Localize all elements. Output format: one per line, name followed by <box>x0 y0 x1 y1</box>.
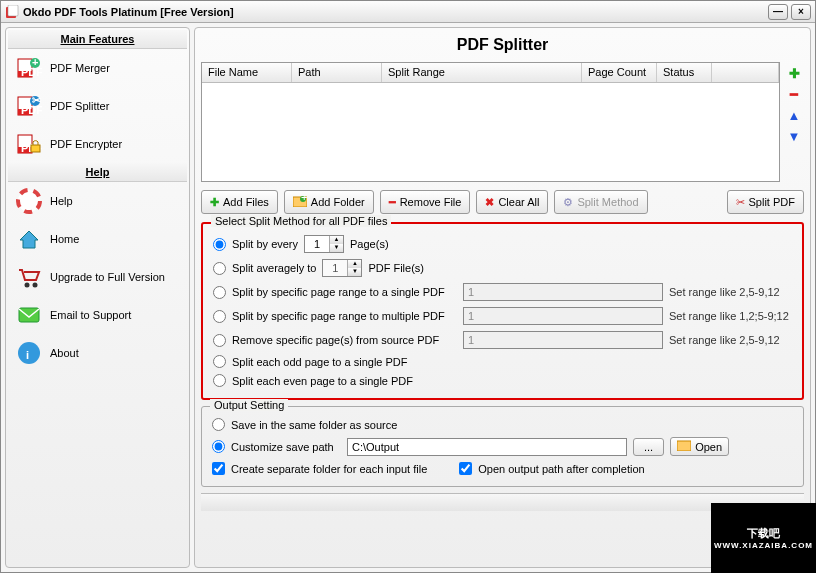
plus-icon: ✚ <box>210 196 219 209</box>
svg-rect-1 <box>8 5 18 16</box>
merger-icon: PDF+ <box>16 55 42 81</box>
app-icon <box>5 5 19 19</box>
radio-odd[interactable] <box>213 355 226 368</box>
sidebar-item-merger[interactable]: PDF+ PDF Merger <box>8 49 187 87</box>
option-same-folder: Save in the same folder as source <box>212 415 793 434</box>
col-spacer <box>712 63 779 82</box>
sidebar-item-help[interactable]: Help <box>8 182 187 220</box>
sidebar-item-email[interactable]: Email to Support <box>8 296 187 334</box>
down-arrow-icon[interactable]: ▼ <box>330 244 343 252</box>
sidebar-item-encrypter[interactable]: PDF PDF Encrypter <box>8 125 187 163</box>
table-header: File Name Path Split Range Page Count St… <box>202 63 779 83</box>
splitter-icon: PDF✂ <box>16 93 42 119</box>
col-filename[interactable]: File Name <box>202 63 292 82</box>
sidebar-item-about[interactable]: i About <box>8 334 187 372</box>
info-icon: i <box>16 340 42 366</box>
browse-button[interactable]: ... <box>633 438 664 456</box>
option-split-avg: Split averagely to ▲▼ PDF File(s) <box>213 256 792 280</box>
radio-same-folder[interactable] <box>212 418 225 431</box>
remove-file-button[interactable]: ━Remove File <box>380 190 471 214</box>
down-arrow-icon[interactable]: ▼ <box>348 268 361 276</box>
close-button[interactable]: × <box>791 4 811 20</box>
option-odd: Split each odd page to a single PDF <box>213 352 792 371</box>
app-window: Okdo PDF Tools Platinum [Free Version] —… <box>0 0 816 573</box>
add-folder-button[interactable]: +Add Folder <box>284 190 374 214</box>
sidebar-label: Upgrade to Full Version <box>50 271 165 283</box>
sidebar-label: About <box>50 347 79 359</box>
split-method-button[interactable]: ⚙Split Method <box>554 190 647 214</box>
sidebar-label: PDF Splitter <box>50 100 109 112</box>
col-status[interactable]: Status <box>657 63 712 82</box>
cart-icon <box>16 264 42 290</box>
option-range-single: Split by specific page range to a single… <box>213 280 792 304</box>
file-area: File Name Path Split Range Page Count St… <box>201 62 804 182</box>
radio-even[interactable] <box>213 374 226 387</box>
x-icon: ✖ <box>485 196 494 209</box>
sidebar-label: PDF Encrypter <box>50 138 122 150</box>
radio-range-multi[interactable] <box>213 310 226 323</box>
svg-point-17 <box>25 283 30 288</box>
sidebar-label: Help <box>50 195 73 207</box>
split-pdf-button[interactable]: ✂Split PDF <box>727 190 804 214</box>
radio-remove-pages[interactable] <box>213 334 226 347</box>
sidebar-label: PDF Merger <box>50 62 110 74</box>
spinner-every[interactable]: ▲▼ <box>304 235 344 253</box>
home-icon <box>16 226 42 252</box>
minimize-button[interactable]: — <box>768 4 788 20</box>
output-path-input[interactable] <box>347 438 627 456</box>
split-method-fieldset: Select Split Method for all PDF files Sp… <box>201 222 804 400</box>
chk-separate-folder[interactable] <box>212 462 225 475</box>
split-method-legend: Select Split Method for all PDF files <box>211 215 391 227</box>
up-arrow-icon[interactable]: ▲ <box>330 236 343 244</box>
option-even: Split each even page to a single PDF <box>213 371 792 390</box>
radio-split-every[interactable] <box>213 238 226 251</box>
sidebar-item-upgrade[interactable]: Upgrade to Full Version <box>8 258 187 296</box>
option-range-multi: Split by specific page range to multiple… <box>213 304 792 328</box>
sidebar-item-home[interactable]: Home <box>8 220 187 258</box>
col-pagecount[interactable]: Page Count <box>582 63 657 82</box>
col-range[interactable]: Split Range <box>382 63 582 82</box>
spinner-avg[interactable]: ▲▼ <box>322 259 362 277</box>
sidebar-label: Home <box>50 233 79 245</box>
clear-all-button[interactable]: ✖Clear All <box>476 190 548 214</box>
window-title: Okdo PDF Tools Platinum [Free Version] <box>23 6 765 18</box>
radio-split-avg[interactable] <box>213 262 226 275</box>
radio-custom-path[interactable] <box>212 440 225 453</box>
sidebar-item-splitter[interactable]: PDF✂ PDF Splitter <box>8 87 187 125</box>
file-table[interactable]: File Name Path Split Range Page Count St… <box>201 62 780 182</box>
help-icon <box>16 188 42 214</box>
svg-rect-19 <box>19 308 39 322</box>
scissors-icon: ✂ <box>736 196 745 209</box>
up-arrow-icon[interactable]: ▲ <box>348 260 361 268</box>
sidebar-section-main: Main Features <box>8 30 187 49</box>
down-icon[interactable]: ▼ <box>788 129 801 144</box>
svg-rect-15 <box>31 145 40 152</box>
output-legend: Output Setting <box>210 399 288 411</box>
gear-icon: ⚙ <box>563 196 573 209</box>
folder-plus-icon: + <box>293 195 307 209</box>
folder-icon <box>677 440 691 453</box>
open-button[interactable]: Open <box>670 437 729 456</box>
list-tools: ✚ ━ ▲ ▼ <box>784 62 804 182</box>
svg-text:i: i <box>26 349 29 361</box>
remove-pages-input[interactable] <box>463 331 663 349</box>
option-custom-path: Customize save path ... Open <box>212 434 793 459</box>
chk-open-after[interactable] <box>459 462 472 475</box>
watermark: 下载吧 WWW.XIAZAIBA.COM <box>711 503 816 573</box>
add-files-button[interactable]: ✚Add Files <box>201 190 278 214</box>
titlebar: Okdo PDF Tools Platinum [Free Version] —… <box>1 1 815 23</box>
range-multi-input[interactable] <box>463 307 663 325</box>
option-remove-pages: Remove specific page(s) from source PDF … <box>213 328 792 352</box>
minus-icon: ━ <box>389 196 396 209</box>
body: Main Features PDF+ PDF Merger PDF✂ PDF S… <box>1 23 815 572</box>
sidebar-label: Email to Support <box>50 309 131 321</box>
add-icon[interactable]: ✚ <box>789 66 800 81</box>
output-checks: Create separate folder for each input fi… <box>212 459 793 478</box>
svg-point-18 <box>33 283 38 288</box>
col-path[interactable]: Path <box>292 63 382 82</box>
remove-icon[interactable]: ━ <box>790 87 798 102</box>
svg-text:+: + <box>32 56 38 68</box>
range-single-input[interactable] <box>463 283 663 301</box>
up-icon[interactable]: ▲ <box>788 108 801 123</box>
radio-range-single[interactable] <box>213 286 226 299</box>
